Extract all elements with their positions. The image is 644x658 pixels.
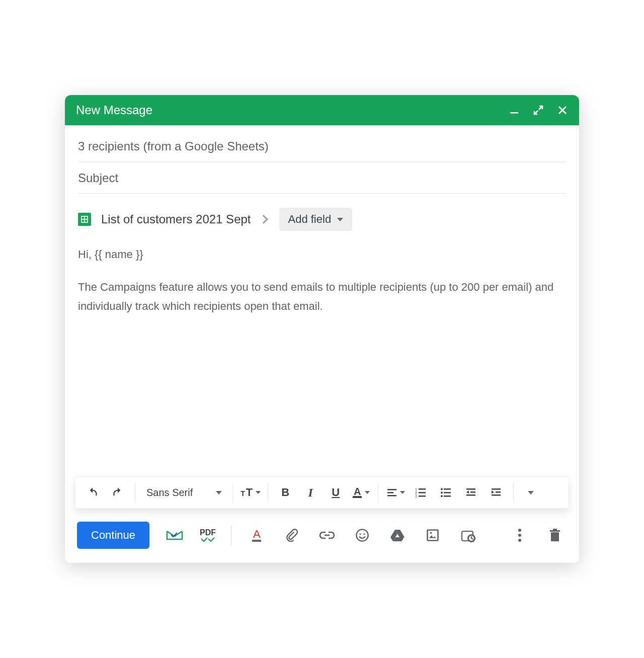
svg-rect-20: [444, 488, 451, 490]
window-title: New Message: [76, 103, 152, 117]
insert-drive-icon[interactable]: +: [387, 525, 408, 545]
chevron-down-icon: [365, 491, 370, 494]
more-options-icon[interactable]: [510, 525, 530, 545]
add-field-button[interactable]: Add field: [279, 208, 353, 231]
svg-rect-8: [387, 489, 396, 490]
svg-text:+: +: [400, 536, 403, 542]
undo-button[interactable]: [82, 481, 104, 504]
bold-button[interactable]: B: [274, 481, 296, 504]
pdf-tracking-icon[interactable]: PDF: [200, 525, 216, 545]
close-icon[interactable]: [557, 105, 568, 116]
attach-file-icon[interactable]: [282, 525, 302, 545]
discard-draft-icon[interactable]: [545, 525, 565, 545]
datasource-row: List of customers 2021 Sept Add field: [65, 194, 579, 240]
svg-rect-25: [466, 495, 475, 496]
svg-rect-9: [387, 492, 393, 494]
indent-decrease-button[interactable]: [460, 481, 482, 504]
svg-rect-10: [387, 495, 396, 497]
svg-text:A: A: [253, 528, 261, 540]
recipients-field[interactable]: 3 recipients (from a Google Sheets): [78, 130, 566, 162]
svg-text:3: 3: [415, 495, 417, 498]
svg-rect-36: [428, 530, 438, 541]
svg-point-32: [356, 529, 368, 541]
svg-point-37: [430, 532, 432, 534]
svg-rect-46: [553, 529, 557, 530]
chevron-down-icon: [216, 491, 222, 495]
bulleted-list-button[interactable]: [435, 481, 457, 504]
redo-button[interactable]: [107, 481, 129, 504]
window-controls: [509, 105, 568, 116]
align-button[interactable]: [384, 481, 407, 504]
header-fields: 3 recipients (from a Google Sheets) Subj…: [65, 125, 579, 194]
svg-rect-15: [419, 492, 426, 494]
mail-tracking-icon[interactable]: [165, 525, 185, 545]
chevron-right-icon: [261, 214, 269, 225]
continue-button[interactable]: Continue: [77, 522, 149, 549]
svg-rect-26: [492, 488, 501, 490]
insert-photo-icon[interactable]: [423, 525, 443, 545]
titlebar: New Message: [65, 95, 579, 125]
add-field-label: Add field: [288, 213, 332, 226]
google-sheets-icon: [78, 213, 91, 226]
svg-rect-22: [444, 496, 451, 497]
svg-rect-14: [419, 488, 426, 490]
text-color-button[interactable]: A: [350, 481, 372, 504]
font-family-label: Sans Serif: [146, 487, 193, 499]
more-formatting-button[interactable]: [520, 481, 542, 504]
subject-field[interactable]: Subject: [78, 162, 566, 194]
chevron-down-icon: [337, 218, 343, 221]
indent-increase-button[interactable]: [485, 481, 507, 504]
svg-point-41: [518, 529, 521, 532]
svg-text:2: 2: [415, 491, 417, 495]
minimize-icon[interactable]: [509, 105, 520, 116]
svg-point-42: [518, 534, 521, 537]
svg-rect-23: [466, 488, 475, 490]
svg-rect-0: [510, 112, 518, 114]
svg-rect-27: [496, 491, 501, 493]
compose-window: New Message 3 recipients (from a Google …: [65, 95, 579, 563]
underline-button[interactable]: U: [325, 481, 347, 504]
svg-point-34: [364, 533, 365, 535]
svg-rect-30: [252, 540, 261, 542]
numbered-list-button[interactable]: 123: [410, 481, 432, 504]
text-format-icon[interactable]: A: [247, 525, 267, 545]
chevron-down-icon: [400, 491, 405, 494]
insert-link-icon[interactable]: [317, 525, 337, 545]
expand-icon[interactable]: [533, 105, 544, 116]
svg-rect-16: [419, 496, 426, 497]
svg-text:T: T: [240, 489, 246, 498]
svg-rect-7: [353, 496, 362, 498]
svg-rect-44: [551, 532, 559, 541]
chevron-down-icon: [528, 491, 534, 495]
action-bar: Continue PDF A: [65, 509, 579, 563]
svg-point-18: [441, 491, 443, 494]
datasource-name[interactable]: List of customers 2021 Sept: [101, 212, 251, 226]
svg-text:T: T: [246, 486, 253, 499]
message-body[interactable]: Hi, {{ name }} The Campaigns feature all…: [65, 240, 579, 476]
italic-button[interactable]: I: [299, 481, 321, 504]
svg-rect-21: [444, 492, 451, 494]
svg-text:A: A: [354, 486, 361, 497]
font-size-button[interactable]: TT: [239, 481, 262, 504]
svg-point-19: [441, 495, 443, 497]
svg-text:1: 1: [415, 487, 417, 491]
svg-point-43: [518, 539, 521, 542]
svg-rect-45: [550, 530, 560, 532]
body-paragraph: The Campaigns feature allows you to send…: [78, 278, 566, 315]
svg-point-17: [441, 488, 443, 490]
formatting-toolbar: Sans Serif TT B I U A 123: [75, 476, 569, 509]
body-greeting: Hi, {{ name }}: [78, 245, 566, 264]
svg-rect-28: [492, 495, 501, 496]
svg-point-33: [359, 533, 361, 535]
chevron-down-icon: [256, 491, 261, 494]
font-family-select[interactable]: Sans Serif: [141, 487, 227, 499]
insert-emoji-icon[interactable]: [352, 525, 372, 545]
svg-rect-24: [470, 491, 475, 493]
schedule-send-icon[interactable]: [458, 525, 478, 545]
